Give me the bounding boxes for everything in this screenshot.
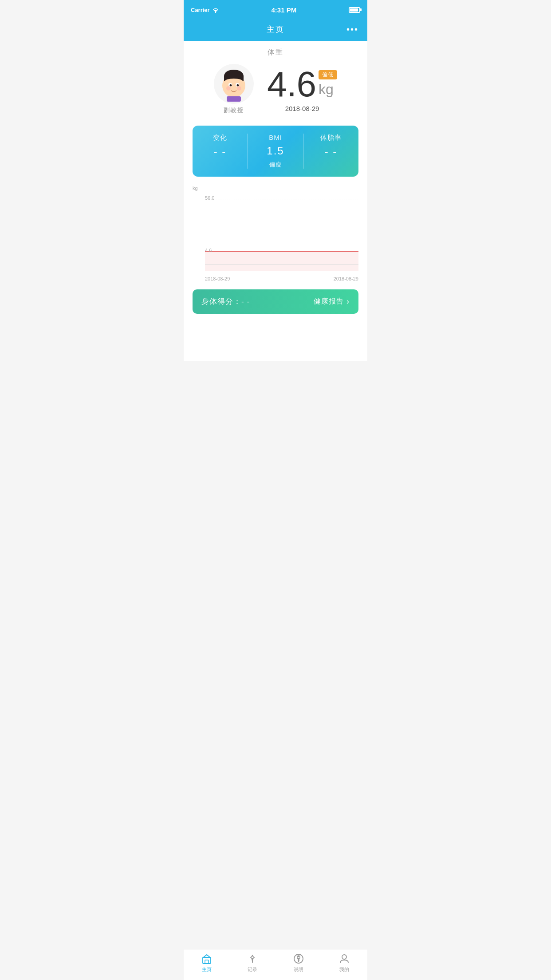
chart-dates: 2018-08-29 2018-08-29 — [188, 274, 363, 281]
stat-change-value: - - — [214, 146, 227, 158]
nav-bar: 主页 ••• — [184, 20, 367, 41]
nav-spacer — [184, 321, 367, 356]
svg-point-7 — [229, 84, 232, 87]
stat-bodyfat: 体脂率 - - — [303, 132, 358, 170]
section-title: 体重 — [193, 48, 358, 57]
stat-change: 变化 - - — [193, 132, 248, 170]
badge-low: 偏低 — [319, 70, 337, 79]
chart-container: kg 56.0 4.6 — [193, 186, 358, 274]
health-report-label: 健康报告 — [314, 297, 344, 306]
stats-card: 变化 - - BMI 1.5 偏瘦 体脂率 - - — [193, 126, 358, 177]
stat-bodyfat-value: - - — [325, 146, 338, 158]
svg-point-4 — [225, 79, 243, 84]
weight-right: 偏低 kg — [319, 67, 337, 98]
chart-x-axis — [205, 264, 358, 265]
weight-display: 4.6 偏低 kg 2018-08-29 — [267, 67, 337, 112]
chart-dashed-line — [205, 199, 358, 199]
chart-solid-value: 4.6 — [205, 248, 212, 253]
chevron-right-icon: › — [346, 297, 350, 306]
svg-rect-13 — [227, 96, 241, 102]
chart-dashed-value: 56.0 — [205, 195, 214, 201]
svg-point-10 — [238, 84, 239, 85]
status-bar: Carrier 4:31 PM — [184, 0, 367, 20]
chart-y-label: kg — [193, 186, 198, 191]
weight-number: 4.6 — [267, 67, 316, 102]
svg-point-8 — [236, 84, 239, 87]
weight-date: 2018-08-29 — [267, 105, 337, 112]
stat-bmi-label: BMI — [269, 134, 282, 141]
nav-title: 主页 — [267, 24, 284, 35]
stat-bmi-sub: 偏瘦 — [269, 161, 282, 169]
weight-section: 体重 — [184, 41, 367, 121]
avatar-image — [216, 66, 252, 102]
more-button[interactable]: ••• — [346, 24, 358, 35]
carrier-label: Carrier — [191, 7, 210, 13]
health-report-button[interactable]: 健康报告 › — [314, 297, 350, 306]
weight-row: 副教授 4.6 偏低 kg 2018-08-29 — [193, 62, 358, 117]
svg-point-9 — [231, 84, 232, 85]
weight-number-row: 4.6 偏低 kg — [267, 67, 337, 102]
avatar-section: 副教授 — [214, 64, 254, 115]
status-right — [349, 7, 360, 13]
chart-date-end: 2018-08-29 — [334, 276, 358, 281]
status-time: 4:31 PM — [271, 6, 296, 14]
stat-bmi-value: 1.5 — [267, 145, 284, 157]
health-score-text: 身体得分：- - — [201, 296, 250, 307]
stat-bodyfat-label: 体脂率 — [320, 134, 342, 142]
stat-change-label: 变化 — [213, 134, 227, 142]
battery-icon — [349, 7, 360, 13]
svg-point-11 — [226, 86, 231, 91]
svg-point-12 — [237, 86, 241, 91]
wifi-icon — [212, 7, 219, 13]
main-content: 体重 — [184, 41, 367, 361]
chart-fill — [205, 251, 358, 271]
health-banner[interactable]: 身体得分：- - 健康报告 › — [193, 289, 358, 314]
chart-date-start: 2018-08-29 — [205, 276, 230, 281]
stat-bmi: BMI 1.5 偏瘦 — [248, 132, 303, 170]
svg-point-0 — [215, 12, 216, 12]
battery-fill — [350, 8, 358, 12]
chart-section: kg 56.0 4.6 2018-08-29 2018-08-29 — [184, 181, 367, 284]
status-left: Carrier — [191, 7, 219, 13]
avatar-label: 副教授 — [224, 107, 244, 115]
chart-solid-line — [205, 251, 358, 252]
weight-unit: kg — [319, 81, 334, 98]
avatar — [214, 64, 254, 104]
